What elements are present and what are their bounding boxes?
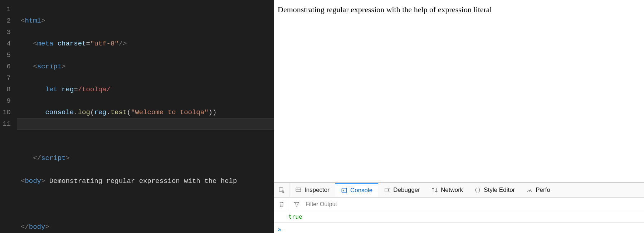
svg-rect-1 [296, 188, 301, 192]
rendered-page: Demonstrating regular expression with th… [274, 0, 644, 183]
inspector-icon [295, 187, 302, 193]
line-number: 1 [0, 4, 17, 15]
filter-icon-wrap [289, 201, 303, 208]
line-number: 3 [0, 26, 17, 38]
tab-label: Style Editor [484, 186, 515, 194]
tab-style-editor[interactable]: Style Editor [469, 183, 521, 197]
pick-element-button[interactable] [274, 183, 289, 197]
code-line: console.log(reg.test("Welcome to toolqa"… [21, 107, 274, 118]
code-line: <body> Demonstrating regular expression … [21, 175, 274, 187]
console-icon [341, 187, 347, 194]
tab-label: Console [350, 187, 372, 194]
code-editor[interactable]: 1 2 3 4 5 6 7 8 9 10 11 <html> <meta cha… [0, 0, 274, 233]
filter-icon [293, 201, 300, 208]
clear-console-button[interactable] [274, 198, 289, 211]
line-number: 9 [0, 95, 17, 107]
filter-output-input[interactable] [303, 201, 644, 208]
code-line: <meta charset="utf-8"/> [21, 38, 274, 49]
prompt-chevron-icon: » [278, 225, 282, 233]
line-number: 2 [0, 15, 17, 26]
debugger-icon [384, 187, 390, 193]
line-number: 5 [0, 49, 17, 61]
tab-label: Network [441, 186, 463, 194]
console-output-area: true » [274, 211, 644, 233]
network-icon [431, 187, 438, 193]
svg-rect-3 [342, 188, 347, 193]
console-log-line: true [274, 211, 644, 223]
tab-label: Debugger [393, 186, 420, 194]
line-number-gutter: 1 2 3 4 5 6 7 8 9 10 11 [0, 4, 17, 130]
code-line [21, 198, 274, 210]
tab-debugger[interactable]: Debugger [378, 183, 426, 197]
trash-icon [278, 201, 285, 208]
tab-console[interactable]: Console [335, 183, 378, 197]
devtools-filter-bar [274, 198, 644, 211]
code-line [21, 130, 274, 141]
line-number: 4 [0, 38, 17, 49]
tab-inspector[interactable]: Inspector [289, 183, 335, 197]
code-area[interactable]: <html> <meta charset="utf-8"/> <script> … [21, 4, 274, 233]
tab-network[interactable]: Network [426, 183, 469, 197]
devtools-tabbar: Inspector Console Debugger Network Style… [274, 183, 644, 198]
code-line: let reg=/toolqa/ [21, 84, 274, 95]
code-line: <html> [21, 15, 274, 26]
code-line: </body> [21, 221, 274, 233]
tab-label: Inspector [304, 186, 330, 194]
tab-performance[interactable]: Perfo [521, 183, 556, 197]
line-number: 6 [0, 61, 17, 72]
console-prompt[interactable]: » [274, 223, 644, 233]
page-body-text: Demonstrating regular expression with th… [278, 5, 492, 14]
line-number: 7 [0, 72, 17, 84]
tab-label: Perfo [536, 186, 550, 194]
browser-pane: Demonstrating regular expression with th… [274, 0, 644, 233]
line-number: 8 [0, 84, 17, 95]
performance-icon [526, 187, 533, 193]
code-line: <script> [21, 61, 274, 72]
style-editor-icon [474, 187, 481, 193]
pick-element-icon [278, 187, 285, 193]
code-line: </script> [21, 152, 274, 164]
line-number: 11 [0, 118, 17, 130]
line-number: 10 [0, 107, 17, 118]
